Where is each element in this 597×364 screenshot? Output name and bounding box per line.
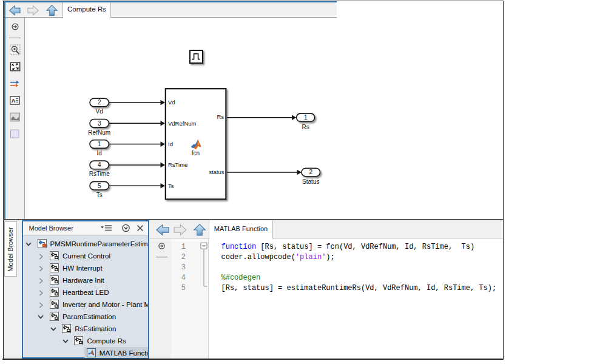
svg-text:Vd: Vd xyxy=(168,99,175,106)
svg-text:Ts: Ts xyxy=(96,192,103,198)
svg-text:Vd: Vd xyxy=(96,108,103,115)
svg-text:Id: Id xyxy=(97,150,102,157)
svg-text:1: 1 xyxy=(304,114,308,121)
svg-text:2: 2 xyxy=(98,99,101,106)
svg-text:Ts: Ts xyxy=(168,183,174,189)
svg-text:Id: Id xyxy=(168,141,173,147)
svg-text:4: 4 xyxy=(98,161,101,168)
svg-text:RefNum: RefNum xyxy=(88,129,110,136)
svg-text:RsTime: RsTime xyxy=(168,161,187,168)
svg-text:status: status xyxy=(209,169,224,175)
svg-text:1: 1 xyxy=(98,141,101,147)
svg-text:5: 5 xyxy=(98,183,101,189)
svg-text:A: A xyxy=(12,98,16,104)
svg-text:Status: Status xyxy=(302,178,319,185)
svg-text:fcn: fcn xyxy=(192,150,200,157)
svg-text:RsTime: RsTime xyxy=(89,170,110,177)
svg-text:Rs: Rs xyxy=(302,124,309,130)
svg-text:Rs: Rs xyxy=(217,113,224,120)
svg-text:2: 2 xyxy=(309,169,313,175)
svg-text:VdRefNum: VdRefNum xyxy=(168,120,197,127)
svg-text:3: 3 xyxy=(98,120,101,127)
